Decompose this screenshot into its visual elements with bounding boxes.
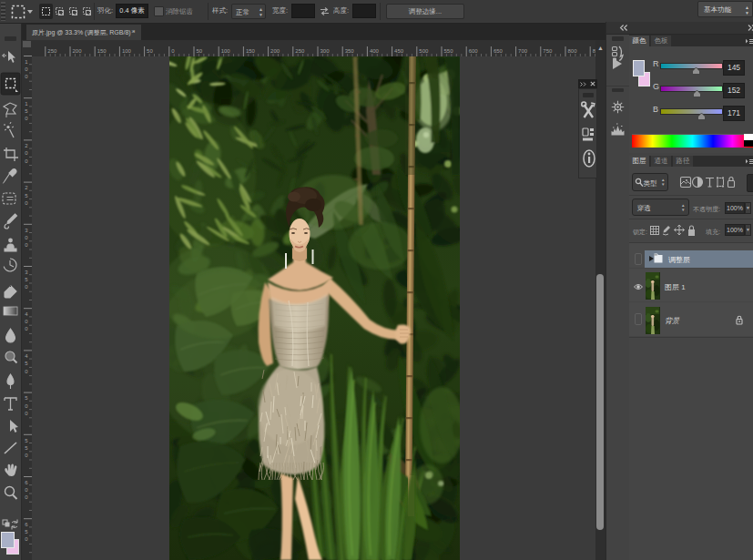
svg-text:50: 50: [147, 48, 153, 54]
svg-text:5: 5: [25, 529, 28, 535]
svg-text:5: 5: [25, 395, 28, 401]
svg-text:700: 700: [518, 48, 528, 54]
svg-text:5: 5: [25, 277, 28, 282]
svg-text:150: 150: [97, 48, 107, 54]
svg-text:0: 0: [25, 242, 28, 248]
svg-text:0: 0: [171, 48, 175, 54]
svg-text:4: 4: [25, 353, 28, 359]
svg-text:400: 400: [370, 48, 380, 54]
svg-text:0: 0: [25, 284, 28, 290]
svg-text:800: 800: [568, 48, 578, 54]
svg-text:300: 300: [321, 48, 331, 54]
svg-text:750: 750: [543, 48, 553, 54]
svg-text:0: 0: [25, 453, 28, 458]
svg-text:0: 0: [25, 235, 28, 240]
svg-text:0: 0: [25, 116, 28, 121]
svg-text:200: 200: [73, 48, 83, 54]
svg-text:0: 0: [25, 326, 28, 331]
svg-text:0: 0: [25, 158, 28, 164]
svg-text:0: 0: [25, 494, 28, 500]
svg-text:5: 5: [25, 361, 28, 366]
svg-text:3: 3: [25, 270, 28, 275]
svg-text:0: 0: [25, 536, 28, 542]
svg-text:0: 0: [25, 150, 28, 156]
svg-text:100: 100: [221, 48, 231, 54]
svg-text:200: 200: [270, 48, 280, 54]
svg-text:0: 0: [25, 487, 28, 493]
svg-text:0: 0: [25, 411, 28, 416]
svg-text:0: 0: [25, 369, 28, 374]
svg-text:0: 0: [25, 403, 28, 409]
svg-text:5: 5: [25, 445, 28, 451]
svg-text:6: 6: [25, 480, 28, 485]
svg-text:5: 5: [25, 108, 28, 114]
svg-text:250: 250: [47, 48, 57, 54]
svg-text:450: 450: [394, 48, 404, 54]
svg-text:4: 4: [25, 311, 28, 317]
svg-text:2: 2: [25, 185, 28, 190]
svg-text:350: 350: [345, 48, 355, 54]
svg-text:100: 100: [122, 48, 132, 54]
svg-text:650: 650: [494, 48, 504, 54]
svg-text:1: 1: [25, 59, 28, 65]
svg-text:150: 150: [246, 48, 256, 54]
svg-text:250: 250: [295, 48, 305, 54]
svg-text:500: 500: [419, 48, 429, 54]
svg-text:0: 0: [25, 200, 28, 206]
svg-text:0: 0: [25, 74, 28, 79]
svg-text:5: 5: [25, 438, 28, 443]
svg-text:6: 6: [25, 522, 28, 527]
svg-text:1: 1: [25, 101, 28, 107]
svg-text:0: 0: [25, 319, 28, 324]
svg-text:600: 600: [469, 48, 479, 54]
svg-text:2: 2: [25, 143, 28, 148]
svg-text:3: 3: [25, 228, 28, 233]
svg-text:5: 5: [25, 193, 28, 199]
svg-text:50: 50: [197, 48, 203, 54]
svg-text:0: 0: [25, 66, 28, 72]
svg-text:550: 550: [444, 48, 454, 54]
